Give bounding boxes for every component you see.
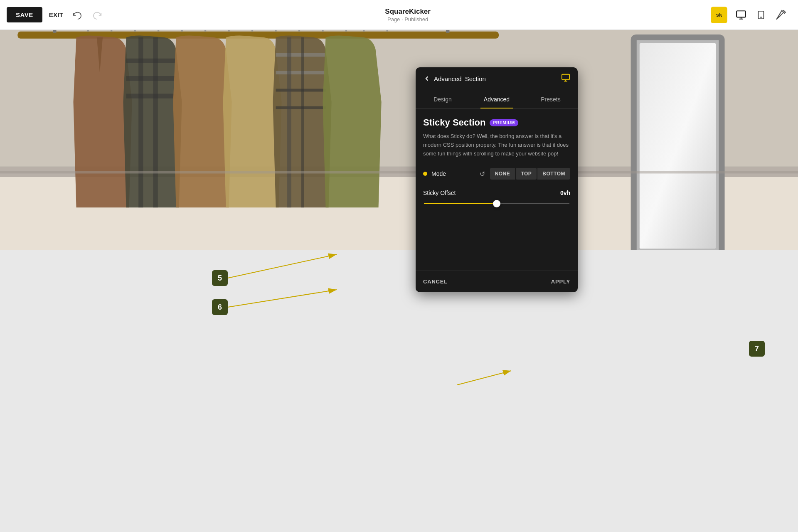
mode-row: Mode ↺ NONE TOP BOTTOM — [423, 168, 570, 180]
undo-icon — [72, 10, 81, 20]
mode-label: Mode — [431, 170, 480, 177]
sticky-section-title: Sticky Section — [423, 117, 485, 128]
mode-top-button[interactable]: TOP — [516, 168, 537, 180]
sticky-section-header: Sticky Section PREMIUM — [423, 117, 570, 128]
svg-rect-24 — [562, 74, 569, 80]
page-subtitle: Page · Published — [387, 16, 428, 22]
panel-content: Sticky Section PREMIUM What does Sticky … — [416, 109, 578, 221]
tab-presets[interactable]: Presets — [524, 90, 578, 108]
panel-header-left: Advanced Section — [423, 75, 486, 82]
background-image — [0, 30, 798, 250]
panel-footer: CANCEL APPLY — [416, 271, 578, 292]
sticky-offset-value: 0vh — [560, 190, 570, 196]
gray-section — [0, 250, 798, 532]
save-button[interactable]: SAVE — [7, 7, 42, 22]
mode-options: NONE TOP BOTTOM — [490, 168, 570, 180]
svg-rect-23 — [0, 171, 798, 174]
settings-panel: Advanced Section Design Advanced Presets… — [416, 67, 578, 292]
toolbar: SAVE EXIT SquareKicker Page · Published … — [0, 0, 798, 30]
slider-fill — [424, 203, 497, 204]
tab-advanced[interactable]: Advanced — [470, 90, 524, 108]
sk-logo: sk — [711, 7, 727, 23]
annotation-label-7: 7 — [755, 345, 759, 353]
sticky-section-description: What does Sticky do? Well, the boring an… — [423, 132, 570, 158]
desktop-device-button[interactable] — [732, 6, 750, 24]
tab-design[interactable]: Design — [416, 90, 470, 108]
desktop-icon — [736, 10, 746, 20]
page-title: SquareKicker — [385, 7, 431, 16]
redo-button[interactable] — [91, 8, 105, 22]
sticky-offset-slider[interactable] — [423, 203, 570, 204]
apply-button[interactable]: APPLY — [551, 278, 570, 285]
monitor-icon — [561, 73, 570, 82]
breadcrumb-advanced: Advanced — [434, 75, 462, 82]
slider-thumb[interactable] — [493, 200, 500, 207]
mobile-device-button[interactable] — [753, 7, 769, 23]
slider-track — [424, 203, 569, 204]
svg-rect-7 — [53, 30, 56, 33]
sticky-offset-label: Sticky Offset — [423, 190, 560, 196]
premium-badge: PREMIUM — [490, 119, 518, 126]
annotation-marker-5: 5 — [212, 270, 228, 286]
breadcrumb-section: Section — [465, 75, 486, 82]
cancel-button[interactable]: CANCEL — [423, 278, 448, 285]
svg-rect-0 — [736, 11, 746, 17]
panel-tabs: Design Advanced Presets — [416, 90, 578, 109]
mode-bottom-button[interactable]: BOTTOM — [537, 168, 570, 180]
canvas-area: Advanced Section Design Advanced Presets… — [0, 30, 798, 532]
undo-button[interactable] — [70, 8, 84, 22]
paint-icon — [776, 10, 786, 20]
exit-button[interactable]: EXIT — [49, 11, 64, 18]
annotation-marker-6: 6 — [212, 299, 228, 315]
svg-point-2 — [761, 17, 761, 17]
annotation-label-5: 5 — [218, 274, 222, 283]
panel-breadcrumb: Advanced Section — [434, 75, 486, 82]
toolbar-right: sk — [711, 6, 798, 24]
clothing-illustration — [0, 30, 798, 250]
svg-rect-21 — [640, 43, 716, 249]
mode-reset-button[interactable]: ↺ — [480, 170, 485, 178]
toolbar-left: SAVE EXIT — [0, 7, 105, 22]
mode-none-button[interactable]: NONE — [490, 168, 515, 180]
paint-tool-button[interactable] — [772, 6, 790, 24]
panel-back-button[interactable] — [423, 75, 431, 82]
mobile-icon — [756, 10, 766, 20]
chevron-left-icon — [423, 75, 431, 82]
panel-monitor-icon — [561, 73, 570, 84]
panel-header: Advanced Section — [416, 67, 578, 90]
redo-icon — [93, 10, 102, 20]
mode-indicator-dot — [423, 172, 427, 176]
annotation-marker-7: 7 — [749, 341, 765, 357]
toolbar-center: SquareKicker Page · Published — [105, 7, 711, 22]
svg-rect-8 — [446, 30, 449, 33]
annotation-label-6: 6 — [218, 303, 222, 312]
sticky-offset-row: Sticky Offset 0vh — [423, 190, 570, 196]
